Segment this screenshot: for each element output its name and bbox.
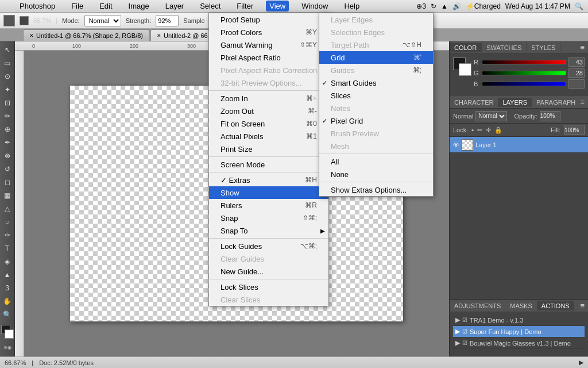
tool-shape[interactable]: ▲ [1,269,14,281]
menu-proof-setup[interactable]: Proof Setup ▶ [209,13,328,26]
layers-tab-layers[interactable]: LAYERS [498,98,532,107]
fill-input[interactable] [564,125,585,135]
menu-show[interactable]: Show ▶ [209,186,328,199]
tool-dodge[interactable]: ○ [1,216,14,228]
menu-item-photoshop[interactable]: Photoshop [16,1,59,12]
lock-position-icon[interactable]: ✛ [486,126,491,134]
lock-transparent-icon[interactable]: ▪ [471,126,474,133]
bottom-panel-options-icon[interactable]: ≡ [580,301,588,310]
menu-fit-on-screen[interactable]: Fit on Screen ⌘0 [209,117,328,130]
menu-item-image[interactable]: Image [125,1,153,12]
bg-swatch[interactable] [459,63,471,76]
tool-pen[interactable]: ✑ [1,229,14,241]
submenu-slices[interactable]: Slices [319,89,433,102]
tool-eyedropper[interactable]: ✏ [1,110,14,122]
bottom-tab-adjustments[interactable]: ADJUSTMENTS [450,301,505,310]
menu-zoom-in[interactable]: Zoom In ⌘+ [209,92,328,105]
menu-item-help[interactable]: Help [341,1,363,12]
bottom-tab-masks[interactable]: MASKS [505,301,537,310]
panel-options-icon[interactable]: ≡ [580,43,588,52]
tab-untitled1[interactable]: ✕ Untitled-1 @ 66.7% (Shape 2, RGB/8) [23,29,149,41]
submenu-pixel-grid[interactable]: Pixel Grid [319,114,433,127]
action-item-tra1[interactable]: ▶ ☑ TRA1 Demo - v.1.3 [453,315,585,326]
layers-tab-character[interactable]: CHARACTER [450,98,498,107]
menu-pixel-aspect-ratio[interactable]: Pixel Aspect Ratio ▶ [209,51,328,64]
menu-item-window[interactable]: Window [298,1,331,12]
tab-close-icon-2[interactable]: ✕ [157,33,161,39]
color-slider-g[interactable] [482,71,566,75]
menu-rulers[interactable]: Rulers ⌘R [209,199,328,212]
menu-item-file[interactable]: File [68,1,87,12]
layer-eye-icon[interactable]: 👁 [453,141,459,148]
submenu-grid[interactable]: Grid ⌘' [319,51,433,64]
color-slider-b[interactable] [482,82,566,86]
tool-clone[interactable]: ⊗ [1,150,14,162]
tool-history[interactable]: ↺ [1,163,14,175]
layers-options-icon[interactable]: ≡ [580,98,588,106]
menu-lock-guides[interactable]: Lock Guides ⌥⌘; [209,240,328,252]
menu-zoom-out[interactable]: Zoom Out ⌘- [209,105,328,117]
menu-actual-pixels[interactable]: Actual Pixels ⌘1 [209,130,328,143]
lock-image-icon[interactable]: ✏ [477,126,482,134]
color-value-b[interactable] [568,79,585,89]
tool-marquee[interactable]: ▭ [1,57,14,70]
layers-tab-paragraph[interactable]: PARAGRAPH [532,98,580,107]
menu-lock-slices[interactable]: Lock Slices [209,281,328,293]
submenu-show-extras-options[interactable]: Show Extras Options... [319,183,433,196]
opacity-input[interactable] [540,111,560,121]
action-checkbox-bouwiel[interactable]: ☑ [462,340,467,346]
tool-lasso[interactable]: ⊙ [1,70,14,83]
tab-close-icon[interactable]: ✕ [29,33,34,39]
tool-brush[interactable]: ✒ [1,136,14,149]
menu-item-layer[interactable]: Layer [162,1,188,12]
tool-blur[interactable]: △ [1,202,14,215]
bottom-tab-actions[interactable]: ACTIONS [537,301,574,310]
scroll-right-icon[interactable]: ▶ [579,359,583,366]
fg-bg-color-swatch[interactable] [453,57,471,76]
panel-tab-styles[interactable]: STYLES [527,43,560,52]
menu-snap[interactable]: Snap ⇧⌘; [209,212,328,224]
tool-magic-wand[interactable]: ✦ [1,83,14,96]
submenu-smart-guides[interactable]: Smart Guides [319,76,433,89]
menu-new-guide[interactable]: New Guide... [209,265,328,278]
tool-hand[interactable]: ✋ [1,295,14,308]
tool-gradient[interactable]: ▦ [1,189,14,202]
tool-eraser[interactable]: ◻ [1,176,14,189]
menu-item-filter[interactable]: Filter [233,1,257,12]
mode-select[interactable]: Normal [84,15,121,26]
submenu-none[interactable]: None [319,168,433,181]
action-item-superfunhappy[interactable]: ▶ ☑ Super Fun Happy | Demo [453,326,585,338]
blend-mode-select[interactable]: Normal [475,111,507,121]
menu-item-view[interactable]: View [266,1,289,12]
tool-crop[interactable]: ⊡ [1,97,14,109]
tool-move[interactable]: ↖ [1,44,14,56]
tool-heal[interactable]: ⊕ [1,123,14,136]
strength-input[interactable] [156,15,179,26]
action-item-bouwiel[interactable]: ▶ ☑ Bouwiel Magic Glasses v1.3 | Demo [453,338,585,349]
bg-color[interactable] [5,329,14,339]
menu-screen-mode[interactable]: Screen Mode ▶ [209,158,328,171]
tool-type[interactable]: T [1,242,14,255]
color-slider-r[interactable] [482,60,566,64]
action-checkbox-sfh[interactable]: ☑ [462,328,467,335]
menu-extras[interactable]: ✓ Extras ⌘H [209,174,328,186]
panel-tab-color[interactable]: COLOR [450,43,482,52]
menu-gamut-warning[interactable]: Gamut Warning ⇧⌘Y [209,39,328,51]
panel-tab-swatches[interactable]: SWATCHES [482,43,527,52]
tool-path-select[interactable]: ◈ [1,255,14,268]
submenu-all[interactable]: All [319,155,433,168]
menu-snap-to[interactable]: Snap To ▶ [209,224,328,237]
tool-3d[interactable]: 3 [1,282,14,294]
search-icon[interactable]: 🔍 [575,2,583,10]
color-value-g[interactable] [568,68,585,78]
menu-print-size[interactable]: Print Size [209,143,328,155]
action-checkbox-tra1[interactable]: ☑ [462,317,467,323]
menu-item-select[interactable]: Select [196,1,224,12]
layer-item-1[interactable]: 👁 Layer 1 [450,137,588,153]
fg-bg-swatches[interactable] [1,325,14,343]
menu-item-edit[interactable]: Edit [96,1,115,12]
menu-proof-colors[interactable]: Proof Colors ⌘Y [209,26,328,39]
color-value-r[interactable] [568,57,585,67]
tool-zoom[interactable]: 🔍 [1,308,14,321]
lock-all-icon[interactable]: 🔒 [494,126,502,134]
